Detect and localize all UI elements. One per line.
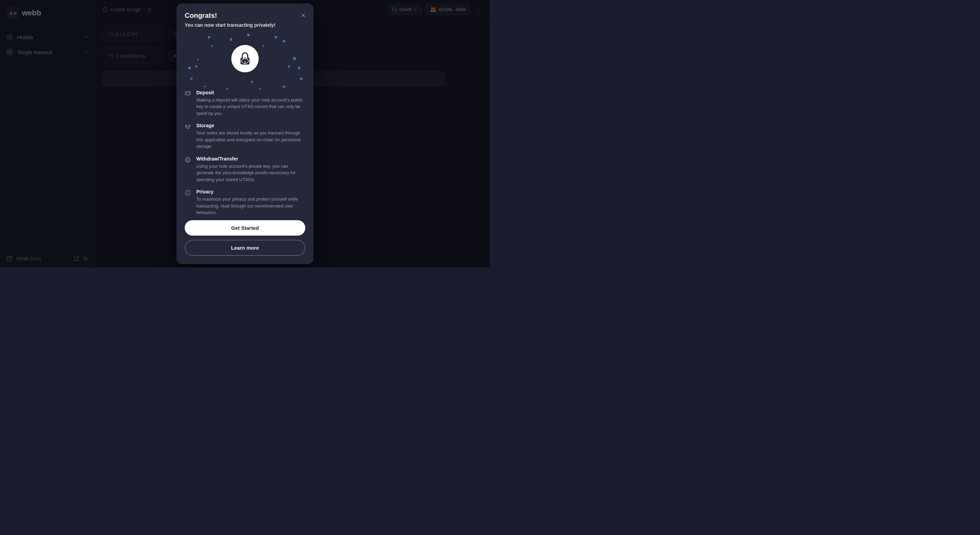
animation-area — [177, 28, 313, 90]
triangle-7 — [186, 66, 191, 70]
privacy-desc: To maximize your privacy and protect you… — [196, 196, 305, 215]
svg-point-27 — [245, 61, 246, 62]
particle-5 — [197, 59, 199, 61]
particle-7 — [190, 78, 192, 80]
tri-right-1 — [195, 65, 200, 68]
withdraw-title: Withdraw/Transfer — [196, 156, 305, 161]
triangle-1 — [207, 36, 211, 39]
storage-desc: Your notes are stored locally as you tra… — [196, 129, 305, 150]
info-list: Deposit Making a deposit will utilize yo… — [177, 90, 313, 215]
lock-circle — [231, 45, 259, 72]
particle-6 — [293, 57, 296, 60]
particle-11 — [226, 88, 229, 90]
modal-overlay: Congrats! × You can now start transactin… — [0, 0, 490, 267]
svg-rect-28 — [185, 91, 190, 95]
congrats-modal: Congrats! × You can now start transactin… — [177, 3, 313, 264]
deposit-desc: Making a deposit will utilize your note … — [196, 97, 305, 117]
deposit-icon-wrap — [185, 90, 192, 117]
triangle-3 — [274, 36, 278, 39]
triangle-2 — [247, 34, 250, 37]
modal-header: Congrats! × — [177, 3, 313, 19]
withdraw-desc: Using your note account's private key, y… — [196, 163, 305, 183]
privacy-icon-wrap — [185, 189, 192, 215]
particle-2 — [211, 45, 213, 47]
svg-point-36 — [188, 192, 188, 192]
particle-4 — [283, 40, 285, 43]
particle-8 — [300, 78, 302, 80]
modal-close-button[interactable]: × — [301, 12, 305, 19]
modal-subtitle: You can now start transacting privately! — [177, 19, 313, 28]
triangle-8 — [250, 81, 254, 84]
info-item-withdraw: Withdraw/Transfer Using your note accoun… — [185, 156, 305, 183]
triangle-6 — [298, 66, 302, 70]
tri-left-1 — [285, 65, 290, 68]
storage-title: Storage — [196, 123, 305, 128]
svg-point-31 — [187, 159, 189, 161]
storage-icon — [185, 123, 191, 129]
deposit-icon — [185, 91, 191, 97]
modal-title: Congrats! — [185, 12, 217, 19]
learn-more-button[interactable]: Learn more — [185, 240, 305, 256]
withdraw-icon — [185, 157, 191, 163]
deposit-title: Deposit — [196, 90, 305, 95]
particle-12 — [259, 88, 261, 90]
get-started-button[interactable]: Get Started — [185, 220, 305, 236]
privacy-icon — [185, 190, 191, 196]
info-item-storage: Storage Your notes are stored locally as… — [185, 123, 305, 150]
particle-9 — [204, 85, 206, 88]
info-item-privacy: Privacy To maximize your privacy and pro… — [185, 189, 305, 215]
storage-icon-wrap — [185, 123, 192, 150]
info-item-deposit: Deposit Making a deposit will utilize yo… — [185, 90, 305, 117]
particle-1 — [229, 38, 232, 41]
svg-point-30 — [185, 157, 190, 162]
lock-icon — [237, 51, 253, 66]
triangle-5 — [214, 89, 218, 90]
withdraw-icon-wrap — [185, 156, 192, 183]
privacy-title: Privacy — [196, 189, 305, 195]
particle-10 — [283, 85, 285, 88]
particle-3 — [262, 45, 264, 47]
modal-footer: Get Started Learn more — [177, 215, 313, 264]
